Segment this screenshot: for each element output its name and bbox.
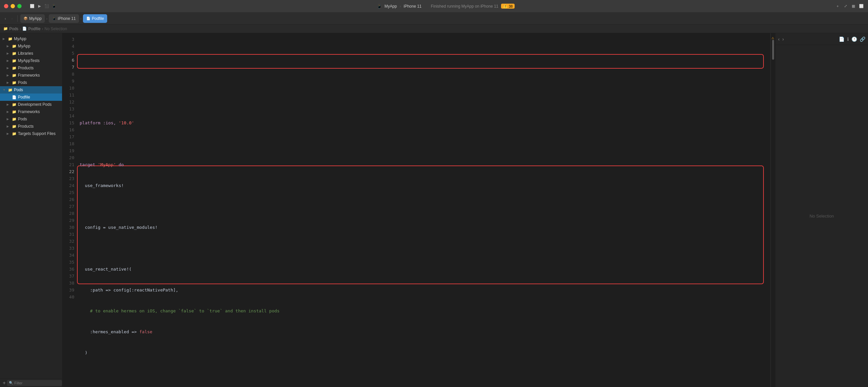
add-icon[interactable]: ＋ (835, 4, 840, 9)
line-num: 18 (62, 140, 74, 147)
code-line-3 (77, 98, 770, 105)
info-icon[interactable]: ℹ (847, 36, 849, 42)
sidebar-label: MyAppTests (18, 58, 39, 63)
sidebar-item-frameworks-1[interactable]: ▶ 📁 Frameworks (0, 72, 62, 79)
sidebar-item-devpods[interactable]: ▶ 📁 Development Pods (0, 101, 62, 108)
device-name[interactable]: iPhone 11 (403, 4, 422, 9)
run-button[interactable]: ▶ (37, 4, 42, 9)
arrow-left-icon[interactable]: ‹ (778, 36, 780, 42)
sidebar-toggle-icon[interactable]: ⬜ (30, 4, 35, 9)
file-icon: 📄 (12, 95, 17, 99)
code-token: '10.0' (119, 119, 134, 126)
line-num: 22 (62, 168, 74, 175)
scrollbar[interactable]: ⚠ (770, 33, 775, 387)
add-icon[interactable]: + (3, 380, 6, 386)
folder-icon: 📁 (12, 117, 17, 121)
line-num: 19 (62, 147, 74, 154)
chevron-right-icon: ▶ (3, 37, 7, 40)
sidebar-item-targets[interactable]: ▶ 📁 Targets Support Files (0, 130, 62, 137)
maximize-button[interactable] (17, 4, 22, 8)
folder-icon: 📁 (8, 88, 12, 92)
toolbar: ‹ › 📦 MyApp › 📱 iPhone 11 › 📄 Podfile (0, 12, 868, 25)
chevron-right-icon: ▶ (7, 74, 11, 77)
sidebar-item-pods-2[interactable]: ▶ 📁 Pods (0, 116, 62, 123)
sidebar-item-pods-1[interactable]: ▶ 📁 Pods (0, 79, 62, 86)
sidebar-item-pods-root[interactable]: ▼ 📁 Pods (0, 86, 62, 94)
app-name: MyApp (384, 4, 397, 9)
breadcrumb-pods[interactable]: Pods (9, 27, 18, 31)
breadcrumb-podfile[interactable]: Podfile (28, 27, 40, 31)
sidebar-label: Pods (18, 117, 27, 121)
tab-sep-1: › (46, 17, 48, 21)
arrow-right-icon[interactable]: › (782, 36, 784, 42)
link-icon[interactable]: 🔗 (860, 36, 865, 42)
folder-icon: 📁 (8, 37, 12, 41)
line-num: 37 (62, 272, 74, 280)
sidebar-label: Libraries (18, 51, 33, 56)
folder-icon: 📁 (12, 44, 17, 49)
sidebar-item-podfile[interactable]: ▶ 📄 Podfile (0, 94, 62, 101)
folder-icon: 📁 (12, 52, 17, 56)
close-button[interactable] (4, 4, 8, 8)
sidebar-item-products-1[interactable]: ▶ 📁 Products (0, 64, 62, 72)
sidebar-label: Frameworks (18, 73, 40, 77)
code-token: use_react_native!( (80, 266, 132, 272)
code-token: # to enable hermes on iOS, change `false… (80, 308, 280, 314)
code-token: :hermes_enabled => (80, 328, 140, 335)
line-num: 36 (62, 266, 74, 272)
forward-icon[interactable]: › (9, 16, 14, 21)
line-num: 8 (62, 71, 74, 77)
line-num: 21 (62, 161, 74, 168)
line-num: 35 (62, 259, 74, 266)
code-token: do (116, 161, 124, 168)
chevron-down-icon: ▼ (3, 88, 7, 92)
warning-badge[interactable]: ⚠️ 38 (501, 4, 515, 9)
titlebar-icons: ⬜ ▶ ⬛ 📱 (30, 4, 57, 9)
iphone-tab[interactable]: 📱 iPhone 11 (49, 14, 79, 23)
sidebar-label: Frameworks (18, 109, 40, 114)
sidebar-item-frameworks-2[interactable]: ▶ 📁 Frameworks (0, 108, 62, 116)
sidebar-label: MyApp (14, 36, 26, 41)
myapp-tab-icon: 📦 (24, 17, 28, 20)
line-num: 14 (62, 112, 74, 119)
highlight-box-target (77, 54, 764, 69)
line-num: 17 (62, 133, 74, 140)
line-num: 9 (62, 77, 74, 85)
code-token: false (140, 328, 152, 335)
line-num: 31 (62, 231, 74, 238)
code-content[interactable]: platform :ios, '10.0' target 'MyApp' do … (77, 33, 770, 387)
scheme-selector[interactable]: 📱 (52, 4, 57, 9)
inspector-icon[interactable]: ⬜ (859, 4, 864, 9)
sidebar-item-myapptests[interactable]: ▶ 📁 MyAppTests (0, 57, 62, 64)
code-token: 'MyApp' (98, 161, 116, 168)
folder-icon: 📁 (12, 124, 17, 129)
podfile-tab[interactable]: 📄 Podfile (83, 14, 107, 23)
titlebar: ⬜ ▶ ⬛ 📱 📱 MyApp › iPhone 11 Finished run… (0, 0, 868, 12)
line-num: 3 (62, 36, 74, 43)
minimize-button[interactable] (11, 4, 15, 8)
app-icon: 📱 (377, 4, 382, 9)
line-num: 26 (62, 196, 74, 203)
titlebar-center: 📱 MyApp › iPhone 11 Finished running MyA… (59, 4, 832, 9)
sidebar-item-myapp[interactable]: ▶ 📁 MyApp (0, 42, 62, 50)
filter-input[interactable] (14, 381, 60, 385)
sidebar-item-products-2[interactable]: ▶ 📁 Products (0, 123, 62, 130)
sidebar-item-myapp-root[interactable]: ▶ 📁 MyApp (0, 35, 62, 42)
breadcrumb-no-selection: No Selection (44, 27, 67, 31)
breadcrumb-sep-2: › (42, 27, 43, 31)
sidebar-label: Development Pods (18, 102, 52, 107)
doc-icon[interactable]: 📄 (839, 36, 844, 42)
layout-icon[interactable]: ▦ (851, 4, 856, 9)
line-num: 29 (62, 217, 74, 224)
myapp-tab[interactable]: 📦 MyApp (20, 14, 45, 23)
myapp-tab-label: MyApp (29, 16, 41, 21)
scrollbar-thumb[interactable] (772, 40, 774, 60)
code-token: ) (80, 349, 87, 356)
stop-button[interactable]: ⬛ (44, 4, 50, 9)
clock-icon[interactable]: 🕐 (851, 36, 857, 42)
fullscreen-icon[interactable]: ⤢ (843, 4, 848, 9)
code-container[interactable]: 3 4 5 6 7 8 9 10 11 12 13 14 15 16 17 18… (62, 33, 775, 387)
sidebar-item-libraries[interactable]: ▶ 📁 Libraries (0, 50, 62, 57)
line-num: 27 (62, 203, 74, 210)
back-icon[interactable]: ‹ (3, 16, 8, 21)
